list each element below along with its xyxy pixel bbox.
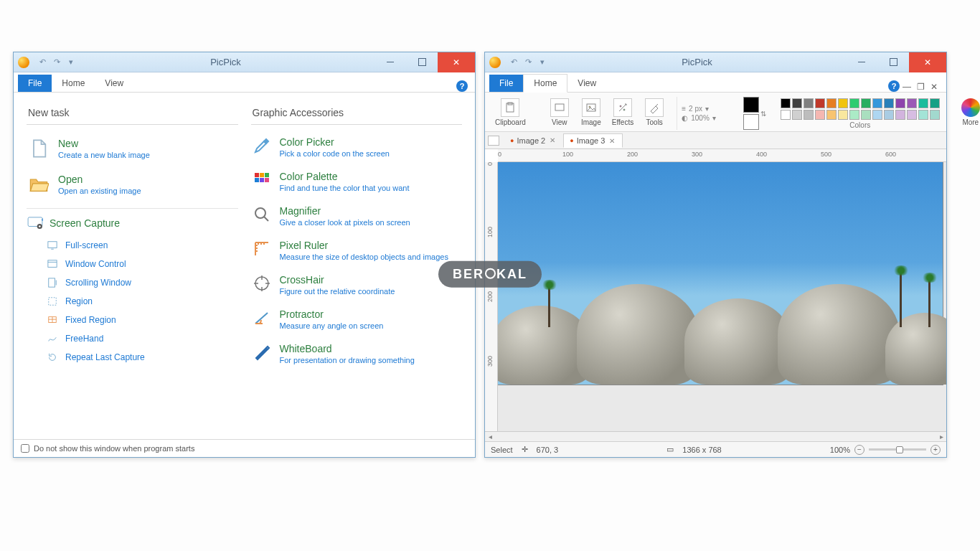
color-palette[interactable] — [781, 97, 940, 120]
tab-home[interactable]: Home — [523, 74, 567, 93]
titlebar[interactable]: ↶ ↷ ▾ PicPick — [485, 52, 946, 72]
palette-swatch[interactable] — [872, 98, 882, 108]
capture-fixed-region[interactable]: Fixed Region — [47, 311, 238, 329]
doc-tab-image-2[interactable]: ●Image 2✕ — [504, 133, 563, 148]
stroke-size-row[interactable]: ≡2 px▾ — [682, 105, 716, 113]
palette-swatch[interactable] — [792, 98, 802, 108]
scroll-left-icon[interactable]: ◂ — [485, 433, 495, 441]
help-icon[interactable]: ? — [888, 80, 900, 92]
tab-view[interactable]: View — [567, 75, 606, 92]
open-image-button[interactable]: Open Open an existing image — [27, 169, 238, 205]
help-icon[interactable]: ? — [456, 80, 468, 92]
palette-swatch[interactable] — [815, 98, 825, 108]
ruler-tick: 0 — [486, 162, 494, 166]
new-image-button[interactable]: New Create a new blank image — [27, 133, 238, 169]
maximize-button[interactable] — [877, 52, 909, 72]
palette-swatch[interactable] — [861, 110, 871, 120]
scroll-right-icon[interactable]: ▸ — [936, 433, 946, 441]
background-color-swatch[interactable] — [743, 114, 759, 130]
minimize-button[interactable] — [374, 52, 406, 72]
palette-swatch[interactable] — [849, 110, 859, 120]
palette-swatch[interactable] — [781, 98, 791, 108]
palette-swatch[interactable] — [895, 110, 905, 120]
palette-swatch[interactable] — [804, 110, 814, 120]
more-colors-button[interactable]: More — [957, 97, 980, 128]
palette-swatch[interactable] — [930, 98, 940, 108]
zoom-out-button[interactable]: − — [854, 445, 864, 455]
tab-home[interactable]: Home — [52, 75, 95, 92]
pixel-ruler-button[interactable]: Pixel Ruler Measure the size of desktop … — [251, 237, 463, 271]
close-button[interactable] — [909, 52, 946, 72]
swap-colors-icon[interactable]: ⇅ — [760, 110, 766, 118]
crosshair-button[interactable]: CrossHair Figure out the relative coordi… — [251, 271, 463, 306]
titlebar[interactable]: ↶ ↷ ▾ PicPick — [14, 52, 475, 72]
tab-file[interactable]: File — [18, 75, 52, 92]
color-palette-button[interactable]: Color Palette Find and tune the color th… — [251, 168, 463, 202]
palette-swatch[interactable] — [907, 110, 917, 120]
mdi-minimize-icon[interactable]: — — [903, 82, 911, 92]
palette-swatch[interactable] — [781, 110, 791, 120]
capture-window-control[interactable]: Window Control — [47, 255, 238, 273]
maximize-button[interactable] — [406, 52, 438, 72]
palette-swatch[interactable] — [826, 98, 837, 108]
color-picker-button[interactable]: Color Picker Pick a color code on the sc… — [251, 133, 463, 168]
qat-dropdown-icon[interactable]: ▾ — [537, 57, 548, 68]
dont-show-checkbox[interactable] — [21, 444, 29, 453]
tab-file[interactable]: File — [489, 75, 523, 92]
image-canvas[interactable] — [498, 162, 943, 385]
palette-swatch[interactable] — [918, 98, 928, 108]
canvas-scroll-area[interactable] — [498, 162, 946, 431]
qat-undo-icon[interactable]: ↶ — [37, 57, 48, 68]
capture-region-label: Region — [65, 296, 93, 306]
tab-view[interactable]: View — [95, 75, 133, 92]
protractor-button[interactable]: Protractor Measure any angle on screen — [251, 306, 463, 340]
image-button[interactable]: Image — [578, 97, 605, 128]
palette-swatch[interactable] — [930, 110, 940, 120]
stroke-opacity-row[interactable]: ◐100%▾ — [682, 114, 716, 122]
minimize-button[interactable] — [846, 52, 877, 72]
horizontal-scrollbar[interactable]: ◂ ▸ — [485, 431, 946, 441]
magnifier-button[interactable]: Magnifier Give a closer look at pixels o… — [251, 202, 463, 237]
zoom-slider[interactable] — [869, 448, 926, 451]
qat-undo-icon[interactable]: ↶ — [508, 57, 519, 68]
palette-swatch[interactable] — [872, 110, 882, 120]
palette-swatch[interactable] — [815, 110, 825, 120]
palette-swatch[interactable] — [907, 98, 917, 108]
view-button[interactable]: View — [546, 97, 573, 128]
qat-redo-icon[interactable]: ↷ — [51, 57, 62, 68]
foreground-color-swatch[interactable] — [743, 97, 759, 113]
palette-swatch[interactable] — [838, 98, 848, 108]
palette-swatch[interactable] — [826, 110, 837, 120]
palette-swatch[interactable] — [861, 98, 871, 108]
qat-redo-icon[interactable]: ↷ — [522, 57, 534, 68]
capture-freehand[interactable]: FreeHand — [47, 329, 238, 348]
tools-button[interactable]: Tools — [641, 97, 668, 128]
capture-scrolling-window[interactable]: Scrolling Window — [47, 273, 238, 292]
tools-icon — [645, 98, 664, 117]
clipboard-button[interactable]: Clipboard — [492, 97, 529, 128]
palette-swatch[interactable] — [918, 110, 928, 120]
palette-swatch[interactable] — [895, 98, 905, 108]
whiteboard-button[interactable]: WhiteBoard For presentation or drawing s… — [251, 340, 463, 375]
pixel-ruler-title: Pixel Ruler — [280, 240, 448, 251]
tab-thumbnail-icon[interactable] — [488, 136, 499, 146]
mdi-restore-icon[interactable]: ❐ — [917, 82, 925, 92]
palette-swatch[interactable] — [884, 110, 894, 120]
capture-fullscreen[interactable]: Full-screen — [47, 236, 238, 255]
effects-button[interactable]: Effects — [609, 97, 636, 128]
tab-close-icon[interactable]: ✕ — [609, 137, 615, 145]
palette-swatch[interactable] — [884, 98, 894, 108]
capture-repeat-last[interactable]: Repeat Last Capture — [47, 348, 238, 367]
palette-swatch[interactable] — [838, 110, 848, 120]
palette-swatch[interactable] — [804, 98, 814, 108]
palette-swatch[interactable] — [792, 110, 802, 120]
capture-region[interactable]: Region — [47, 292, 238, 311]
close-button[interactable] — [438, 52, 475, 72]
mdi-close-icon[interactable]: ✕ — [930, 82, 938, 92]
doc-tab-image-3[interactable]: ●Image 3✕ — [563, 133, 623, 148]
horizontal-ruler: 0100200300400500600 — [498, 149, 946, 162]
qat-dropdown-icon[interactable]: ▾ — [65, 57, 77, 68]
palette-swatch[interactable] — [849, 98, 859, 108]
tab-close-icon[interactable]: ✕ — [550, 136, 555, 144]
zoom-in-button[interactable]: + — [930, 445, 941, 455]
